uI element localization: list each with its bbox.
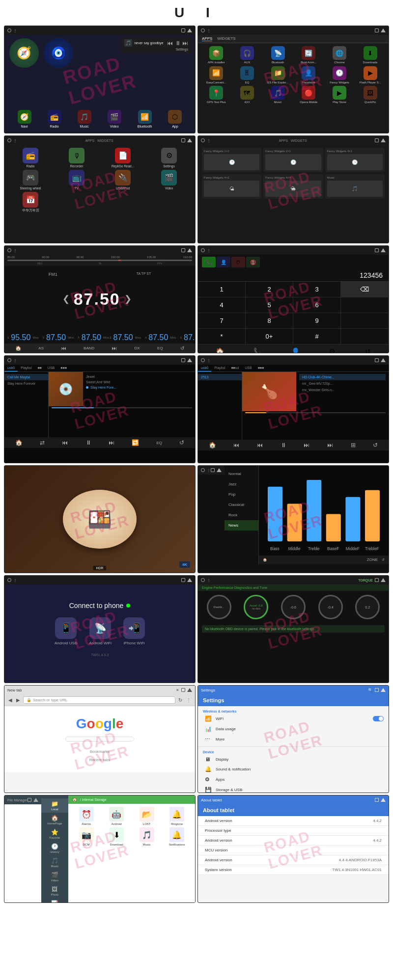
eq-back-btn[interactable]: ↺ (382, 558, 385, 562)
browser-close-btn[interactable]: ✕ (176, 688, 179, 692)
music-song-sweet[interactable]: Sweet And Wild (86, 379, 192, 385)
app-music[interactable]: 🎵 Music (263, 86, 292, 104)
settings-item-wifi[interactable]: 📶 WiFi (198, 714, 389, 724)
tab-widgets[interactable]: WIDGETS (217, 36, 235, 41)
files-window-btn[interactable] (28, 798, 31, 802)
home-icon-video[interactable]: 🎬 Video (108, 110, 121, 128)
dialer-key-1[interactable]: 1 (198, 282, 246, 297)
file-alarms[interactable]: ⏰ Alarms (72, 807, 101, 825)
music-progress-bar[interactable] (52, 407, 192, 408)
radio-next-track[interactable]: ⏭ (112, 345, 117, 351)
home-icon-app[interactable]: ⬡ App (168, 110, 182, 128)
settings-item-data-usage[interactable]: 📊 Data usage (198, 724, 389, 734)
dialer-key-hash[interactable]: # (293, 329, 341, 344)
radio-return-btn[interactable]: ↺ (180, 345, 184, 351)
mvid-progress[interactable] (245, 412, 386, 413)
mvid-prev-prev-btn[interactable]: ⏮ (233, 442, 239, 449)
widget-music[interactable]: Music 🎵 (325, 174, 385, 199)
dialer-key-2[interactable]: 2 (246, 282, 293, 297)
music-eq-btn[interactable]: EQ (156, 441, 162, 445)
dialer-key-5[interactable]: 5 (246, 297, 293, 313)
app-gps-test[interactable]: 📍 GPS Test Plus (202, 86, 231, 104)
torque-gauge-neg04[interactable]: -0.4 (317, 595, 344, 619)
freq-slider[interactable] (7, 260, 192, 261)
playlist-item-2[interactable]: Stay Here Forever (4, 380, 48, 387)
app2-calendar[interactable]: 📅 中华万年历 (8, 192, 53, 213)
music-song-stay[interactable]: Stay Here Fore... (86, 385, 192, 390)
mvid-next-btn[interactable]: ⏭ (304, 442, 309, 449)
radio-prev-track[interactable]: ⏮ (61, 345, 66, 351)
widget-1x1[interactable]: Fancy Widgets 1×1 🕐 (202, 148, 261, 172)
eq-mode-jazz[interactable]: Jazz (225, 479, 258, 489)
app-quickpic[interactable]: 🖼 QuickPic (356, 86, 385, 104)
radio-eq-btn[interactable]: EQ (157, 346, 163, 350)
browser-reload-btn[interactable]: ↻ (177, 696, 183, 704)
mvid-play-btn[interactable]: ⏸ (281, 442, 286, 449)
eq-mode-classical[interactable]: Classical (225, 500, 258, 510)
file-music[interactable]: 🎵 Music (133, 827, 161, 846)
dialer-key-8[interactable]: 8 (246, 313, 293, 329)
app2-video[interactable]: 🎬 Video (147, 170, 191, 190)
browser-menu-btn[interactable]: ⋮ (185, 696, 192, 704)
app-fancy-widgets[interactable]: 🕐 Fancy Widgets (325, 66, 354, 84)
dialer-call-btn[interactable]: 📞 (253, 347, 262, 353)
files-sidebar-photo[interactable]: 🖼 Photo (41, 884, 68, 898)
eq-bar-middle[interactable] (287, 504, 302, 542)
radio-prev-btn[interactable]: ❮ (62, 293, 70, 304)
files-back-btn[interactable] (33, 798, 38, 802)
eq-mode-rock[interactable]: Rock (225, 510, 258, 520)
app-chrome[interactable]: 🌐 Chrome (325, 46, 354, 64)
dial-history-tab[interactable]: ⏱ (231, 257, 245, 267)
app2-usb-ipod[interactable]: 🔌 USB/iPod (101, 170, 145, 190)
widget-4x1[interactable]: Fancy Widgets 4×1 🕒 (325, 148, 385, 172)
file-notifications[interactable]: 🔔 Notifications (163, 827, 191, 846)
browser-search-box[interactable] (65, 737, 134, 742)
mvid-song-1[interactable]: HD.Club-4K-Chime... (299, 374, 386, 380)
app2-repligo[interactable]: 📄 RepliGo Read... (101, 148, 145, 168)
files-sidebar-favorite[interactable]: ⭐ Favorite (41, 827, 68, 841)
app-eq[interactable]: 🎚 EQ (233, 66, 262, 84)
music-tab-sound[interactable]: ■■■ (57, 365, 70, 371)
mvid-song-3[interactable]: mv_Wonder Girls-n... (299, 387, 386, 393)
settings-item-display[interactable]: 🖥 Display (198, 754, 389, 764)
settings-window-btn[interactable] (375, 688, 379, 692)
radio-dx-btn[interactable]: DX (134, 346, 140, 350)
files-sidebar-homepage[interactable]: 🏠 HomePage (41, 813, 68, 827)
mvid-back-btn[interactable]: ↺ (373, 442, 378, 449)
app2-radio[interactable]: 📻 Radio (8, 148, 53, 168)
torque-gauge-neg06[interactable]: -0.6 (280, 595, 307, 619)
settings-item-storage[interactable]: 💾 Storage & USB (198, 785, 389, 793)
app-boot-anim[interactable]: 🔄 Boot Anim... (294, 46, 323, 64)
dialer-key-9[interactable]: 9 (293, 313, 341, 329)
music-tab-usb[interactable]: usb0 (4, 365, 18, 371)
app-easyconnect[interactable]: 📶 EasyConnect... (202, 66, 231, 84)
widget-4x4[interactable]: Fancy Widgets 4×4 🌦 (263, 174, 323, 199)
mvid-grid-btn[interactable]: ⊞ (351, 442, 356, 449)
wifi-toggle[interactable] (373, 716, 384, 721)
bt-android-wifi[interactable]: 📡 Android WiFi (89, 617, 112, 645)
mvid-tab-sd[interactable]: ■■sd (228, 365, 242, 371)
music-song-jewel[interactable]: Jewel (86, 374, 192, 379)
mvid-tab-usb[interactable]: usb0 (198, 365, 211, 371)
preset-1[interactable]: 1 95.50 MHz 3 87.50 MHz 5 87.50 MHz (7, 333, 109, 343)
dial-hangup-tab[interactable]: 📵 (246, 257, 260, 267)
browser-back-arrow[interactable]: ◀ (7, 696, 13, 704)
radio-next-btn[interactable]: ❯ (124, 293, 132, 304)
mvid-home-btn[interactable]: 🏠 (209, 442, 216, 449)
music-tab-playlist[interactable]: Playlist (18, 365, 34, 371)
file-android[interactable]: 🤖 Android (102, 807, 131, 825)
eq-bar-treble[interactable] (307, 480, 321, 541)
torque-gauge-02[interactable]: 0.2 (354, 595, 381, 619)
preset-2[interactable]: 2 87.50 MHz 4 87.50 MHz 6 87.50 MHz (110, 333, 196, 343)
dial-contacts-tab[interactable]: 👤 (217, 257, 230, 267)
app-play-store[interactable]: ▶ Play Store (325, 86, 354, 104)
music-next-btn[interactable]: ⏭ (109, 439, 114, 446)
file-download[interactable]: ⬇ Download (102, 827, 131, 846)
eq-bar-basef[interactable] (326, 514, 341, 541)
eq-bar-treblef[interactable] (365, 490, 380, 541)
app-downloads[interactable]: ⬇ Downloads (356, 46, 385, 64)
app-facebook[interactable]: 👤 Facebook (294, 66, 323, 84)
torque-gauge-dash[interactable]: Dashb... (205, 595, 232, 619)
settings-back-btn[interactable] (381, 688, 386, 692)
mvid-next-next-btn[interactable]: ⏭ (327, 442, 333, 449)
